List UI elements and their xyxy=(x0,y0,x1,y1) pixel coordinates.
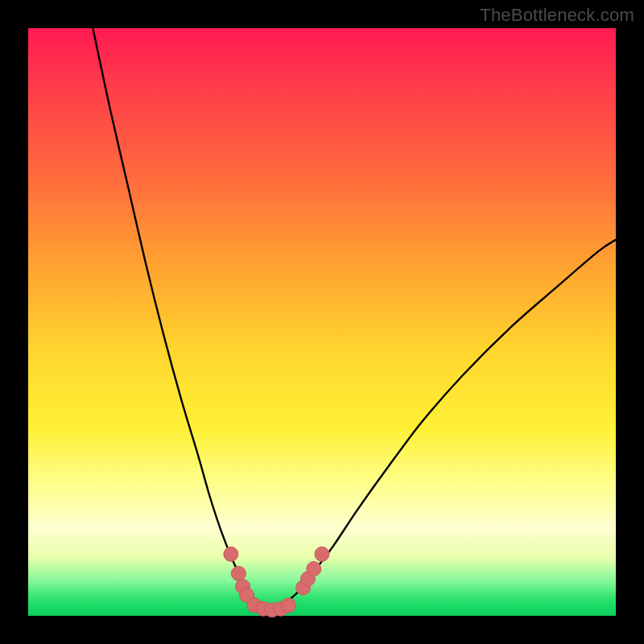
plot-area xyxy=(28,28,616,616)
curve-left-branch xyxy=(93,28,269,610)
marker-group xyxy=(224,547,329,617)
curve-marker xyxy=(231,566,246,580)
curve-svg xyxy=(28,28,616,616)
curve-marker xyxy=(315,547,329,561)
chart-stage: TheBottleneck.com xyxy=(0,0,644,644)
curve-marker xyxy=(307,562,321,576)
curve-marker xyxy=(281,598,295,613)
watermark-text: TheBottleneck.com xyxy=(480,5,634,26)
curve-marker xyxy=(224,547,238,561)
